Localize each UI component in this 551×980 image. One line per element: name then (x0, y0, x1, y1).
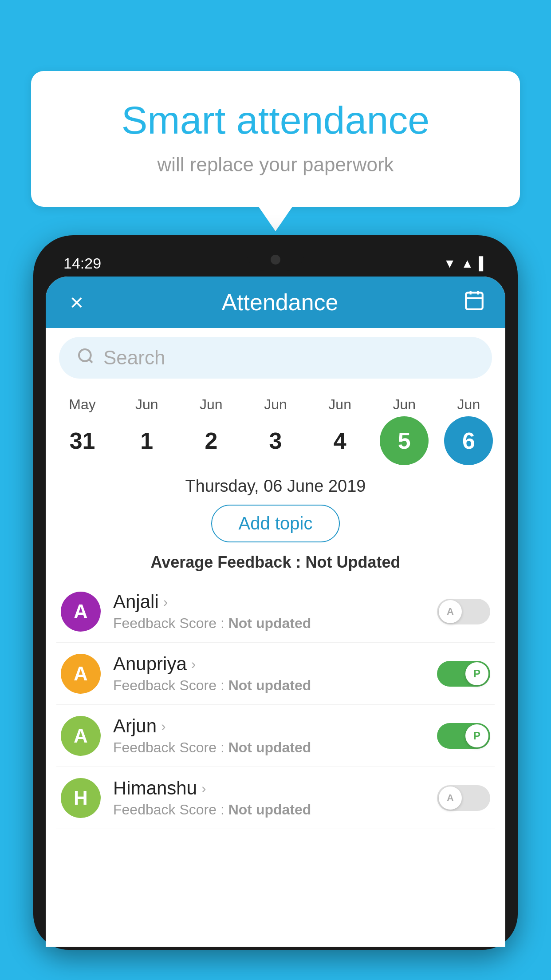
student-name: Arjun › (113, 715, 437, 737)
student-info: Anjali ›Feedback Score : Not updated (113, 591, 437, 632)
attendance-toggle[interactable]: A (437, 599, 490, 624)
toggle-knob: A (439, 786, 462, 810)
selected-date: Thursday, 06 June 2019 (46, 470, 505, 505)
chevron-right-icon: › (201, 780, 206, 797)
avatar: H (61, 778, 101, 818)
day-number[interactable]: 31 (58, 416, 107, 465)
feedback-score: Feedback Score : Not updated (113, 802, 437, 818)
feedback-score: Feedback Score : Not updated (113, 739, 437, 756)
day-number[interactable]: 1 (122, 416, 171, 465)
day-number[interactable]: 3 (251, 416, 300, 465)
month-label: Jun (264, 396, 287, 413)
average-feedback: Average Feedback : Not Updated (46, 553, 505, 572)
speech-bubble-container: Smart attendance will replace your paper… (31, 71, 520, 207)
student-info: Anupriya ›Feedback Score : Not updated (113, 653, 437, 694)
date-col[interactable]: Jun3 (249, 396, 302, 465)
month-label: Jun (200, 396, 223, 413)
student-list: AAnjali ›Feedback Score : Not updatedAAA… (46, 581, 505, 829)
avatar: A (61, 716, 101, 756)
speech-bubble-subtitle: will replace your paperwork (67, 154, 484, 176)
speech-bubble: Smart attendance will replace your paper… (31, 71, 520, 207)
close-button[interactable]: × (63, 289, 90, 316)
page-title: Attendance (99, 289, 461, 316)
attendance-toggle[interactable]: A (437, 785, 490, 811)
avatar: A (61, 654, 101, 694)
camera-dot (271, 255, 280, 265)
svg-line-5 (89, 359, 92, 362)
attendance-toggle[interactable]: P (437, 723, 490, 749)
list-item[interactable]: HHimanshu ›Feedback Score : Not updatedA (56, 767, 495, 829)
avg-feedback-value: Not Updated (305, 553, 400, 571)
battery-icon: ▌ (479, 257, 488, 271)
day-number[interactable]: 4 (315, 416, 364, 465)
app-header: × Attendance (46, 277, 505, 328)
phone: 14:29 ▼ ▲ ▌ × Attendance (33, 235, 518, 950)
toggle-track: A (437, 785, 490, 811)
wifi-icon: ▼ (444, 257, 456, 271)
toggle-knob: A (439, 600, 462, 623)
day-number[interactable]: 5 (380, 416, 429, 465)
chevron-right-icon: › (163, 594, 168, 610)
toggle-track: P (437, 661, 490, 687)
list-item[interactable]: AAnjali ›Feedback Score : Not updatedA (56, 581, 495, 643)
chevron-right-icon: › (161, 718, 166, 735)
attendance-toggle[interactable]: P (437, 661, 490, 687)
day-number[interactable]: 6 (444, 416, 493, 465)
status-time: 14:29 (63, 255, 101, 272)
add-topic-button[interactable]: Add topic (211, 505, 340, 542)
search-bar[interactable]: Search (59, 337, 492, 379)
search-icon (77, 347, 94, 369)
student-name: Anupriya › (113, 653, 437, 675)
toggle-track: A (437, 599, 490, 624)
date-picker-row: May31Jun1Jun2Jun3Jun4Jun5Jun6 (46, 387, 505, 470)
status-bar: 14:29 ▼ ▲ ▌ (46, 249, 505, 272)
month-label: Jun (135, 396, 158, 413)
svg-point-4 (79, 349, 91, 361)
status-icons: ▼ ▲ ▌ (444, 257, 488, 271)
student-info: Arjun ›Feedback Score : Not updated (113, 715, 437, 756)
list-item[interactable]: AArjun ›Feedback Score : Not updatedP (56, 705, 495, 767)
month-label: May (69, 396, 95, 413)
date-col[interactable]: Jun5 (378, 396, 431, 465)
date-col[interactable]: Jun1 (120, 396, 173, 465)
month-label: Jun (328, 396, 351, 413)
date-col[interactable]: Jun6 (442, 396, 495, 465)
avg-feedback-label: Average Feedback : (151, 553, 301, 571)
speech-bubble-title: Smart attendance (67, 98, 484, 143)
toggle-track: P (437, 723, 490, 749)
date-col[interactable]: Jun4 (313, 396, 366, 465)
feedback-score: Feedback Score : Not updated (113, 615, 437, 632)
student-name: Himanshu › (113, 778, 437, 799)
toggle-knob: P (465, 662, 488, 685)
date-col[interactable]: May31 (56, 396, 109, 465)
svg-rect-0 (466, 292, 483, 309)
student-info: Himanshu ›Feedback Score : Not updated (113, 778, 437, 818)
phone-notch (247, 249, 304, 271)
calendar-icon[interactable] (461, 289, 488, 316)
date-col[interactable]: Jun2 (185, 396, 238, 465)
app-screen: × Attendance (46, 277, 505, 947)
month-label: Jun (457, 396, 480, 413)
search-placeholder: Search (103, 347, 165, 369)
toggle-knob: P (465, 724, 488, 747)
feedback-score: Feedback Score : Not updated (113, 677, 437, 694)
chevron-right-icon: › (191, 656, 196, 672)
avatar: A (61, 592, 101, 632)
list-item[interactable]: AAnupriya ›Feedback Score : Not updatedP (56, 643, 495, 705)
signal-icon: ▲ (461, 257, 473, 271)
month-label: Jun (393, 396, 416, 413)
student-name: Anjali › (113, 591, 437, 612)
phone-container: 14:29 ▼ ▲ ▌ × Attendance (33, 235, 518, 980)
day-number[interactable]: 2 (187, 416, 236, 465)
